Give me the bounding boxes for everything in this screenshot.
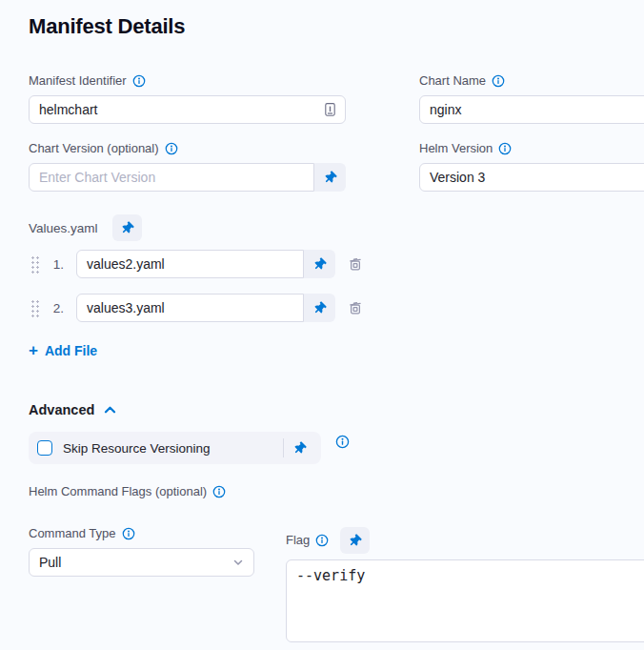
values-file-row: 2. <box>29 294 644 322</box>
chart-name-input[interactable] <box>419 95 644 124</box>
values-file-row: 1. <box>29 250 644 278</box>
skip-resource-versioning-checkbox[interactable] <box>37 440 52 456</box>
pin-icon[interactable] <box>340 527 370 554</box>
file-index: 1. <box>39 257 64 272</box>
file-index: 2. <box>39 301 64 315</box>
chart-version-input[interactable] <box>29 163 314 192</box>
info-icon[interactable] <box>492 74 505 88</box>
skip-resource-versioning-card: Skip Resource Versioning <box>29 432 321 464</box>
flag-label: Flag <box>286 534 329 547</box>
chevron-up-icon <box>104 405 116 415</box>
pin-icon[interactable] <box>112 214 142 241</box>
info-icon[interactable] <box>165 142 178 155</box>
values-file-input[interactable] <box>76 250 304 278</box>
info-icon[interactable] <box>212 485 226 498</box>
page-title: Manifest Details <box>29 14 644 39</box>
helm-version-label: Helm Version <box>419 142 644 155</box>
chevron-down-icon <box>232 557 244 568</box>
info-icon[interactable] <box>498 142 512 155</box>
helm-command-flags-label: Helm Command Flags (optional) <box>29 485 644 498</box>
chart-name-label: Chart Name <box>419 74 644 88</box>
pin-icon[interactable] <box>304 250 335 278</box>
pin-icon[interactable] <box>304 294 335 322</box>
info-icon[interactable] <box>335 435 350 449</box>
drag-handle-icon[interactable] <box>30 299 39 317</box>
delete-file-icon[interactable] <box>348 300 363 315</box>
pin-icon[interactable] <box>314 163 346 192</box>
delete-file-icon[interactable] <box>348 256 363 272</box>
edit-id-icon[interactable] <box>323 102 337 117</box>
manifest-identifier-label: Manifest Identifier <box>29 74 346 88</box>
pin-icon[interactable] <box>286 435 312 461</box>
info-icon[interactable] <box>122 527 135 540</box>
flag-input[interactable]: --verify <box>286 559 644 642</box>
info-icon[interactable] <box>132 74 146 88</box>
add-file-button[interactable]: + Add File <box>29 343 97 358</box>
chart-version-label: Chart Version (optional) <box>29 142 346 155</box>
divider <box>283 438 284 457</box>
values-yaml-label: Values.yaml <box>29 221 98 235</box>
manifest-identifier-input[interactable] <box>29 95 346 124</box>
command-type-select[interactable]: Pull <box>29 548 254 577</box>
command-type-label: Command Type <box>29 527 254 540</box>
advanced-section-toggle[interactable]: Advanced <box>29 402 116 417</box>
info-icon[interactable] <box>315 534 329 547</box>
skip-resource-versioning-label: Skip Resource Versioning <box>63 441 283 456</box>
helm-version-select[interactable]: Version 3 <box>419 163 644 192</box>
manifest-details-form: Manifest Details Manifest Identifier <box>0 0 644 646</box>
values-file-input[interactable] <box>76 294 304 322</box>
plus-icon: + <box>29 344 38 357</box>
drag-handle-icon[interactable] <box>30 255 39 274</box>
